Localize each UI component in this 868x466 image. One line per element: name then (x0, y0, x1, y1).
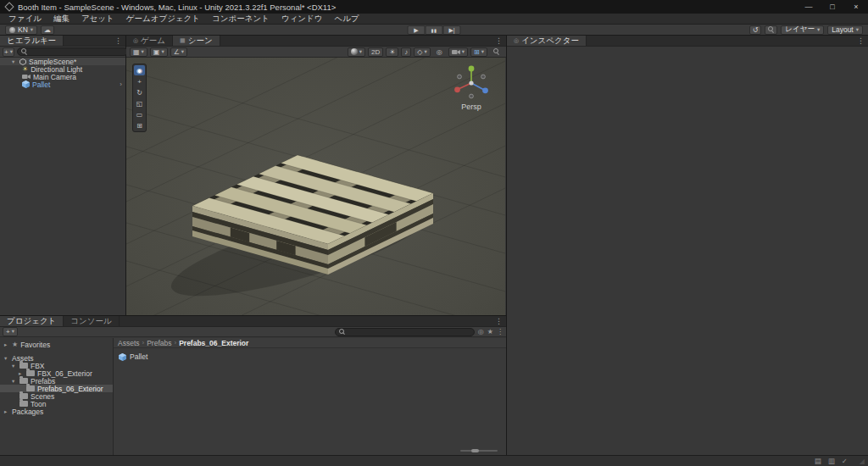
breadcrumb-current-folder[interactable]: Prefabs_06_Exterior (179, 339, 248, 347)
breadcrumb-prefabs[interactable]: Prefabs (147, 339, 171, 347)
project-search-input[interactable] (348, 328, 470, 336)
hierarchy-item-pallet[interactable]: Pallet › (0, 80, 125, 88)
tab-hierarchy[interactable]: ヒエラルキー (0, 36, 64, 46)
expand-arrow-icon[interactable]: ▾ (12, 363, 17, 369)
tab-project[interactable]: プロジェクト (0, 316, 64, 326)
panel-menu-icon[interactable]: ⋮ (857, 36, 865, 45)
scale-tool-button[interactable]: ◱ (134, 98, 145, 108)
create-asset-button[interactable]: + ▾ (3, 327, 18, 336)
toolbar-left-group: KN ▾ ☁ (5, 25, 54, 35)
menu-item-gameobject[interactable]: ゲームオブジェクト (120, 14, 206, 25)
background-tasks-icon[interactable]: ✓ (842, 457, 848, 465)
hidden-objects-toggle[interactable]: ◎ (433, 47, 446, 57)
tree-item-favorites[interactable]: ▸ ★ Favorites (0, 341, 113, 348)
menu-item-window[interactable]: ウィンドウ (275, 14, 329, 25)
prefab-open-chevron-icon[interactable]: › (120, 80, 125, 88)
plus-icon: + (4, 48, 8, 56)
plus-icon: + (6, 328, 10, 336)
collapse-arrow-icon[interactable]: ▸ (4, 408, 9, 415)
pause-button[interactable]: ▮▮ (426, 25, 443, 35)
breadcrumb-assets[interactable]: Assets (118, 339, 140, 347)
asset-item-pallet[interactable]: Pallet (119, 352, 147, 361)
search-icon (339, 329, 345, 336)
panel-menu-icon[interactable]: ⋮ (495, 317, 503, 325)
camera-icon (22, 74, 31, 80)
scene-orientation-gizmo[interactable]: Persp (448, 61, 495, 115)
layers-dropdown[interactable]: レイヤー ▾ (781, 25, 824, 35)
tree-item-assets[interactable]: ▾ Assets (0, 354, 113, 362)
cloud-services-button[interactable]: ☁ (41, 25, 54, 35)
hierarchy-item-main-camera[interactable]: Main Camera (0, 73, 125, 80)
panel-menu-icon[interactable]: ⋮ (495, 36, 503, 45)
expand-arrow-icon[interactable]: ▾ (12, 58, 17, 65)
layout-dropdown[interactable]: Layout ▾ (827, 25, 863, 35)
tree-item-packages[interactable]: ▸ Packages (0, 408, 113, 415)
maximize-button[interactable]: □ (821, 0, 844, 14)
menu-item-file[interactable]: ファイル (3, 14, 47, 25)
scene-audio-toggle[interactable]: ♪ (401, 47, 411, 57)
rect-tool-button[interactable]: ▭ (134, 109, 145, 119)
account-avatar-icon (9, 27, 15, 33)
create-object-button[interactable]: + ▾ (3, 47, 14, 57)
minimize-button[interactable]: — (797, 0, 821, 14)
transform-tool-button[interactable]: ⊞ (134, 120, 145, 130)
projection-mode-label[interactable]: Persp (461, 103, 481, 111)
chevron-down-icon: ▾ (359, 49, 362, 55)
tree-item-prefabs-06-exterior[interactable]: Prefabs_06_Exterior (0, 385, 113, 392)
shading-mode-dropdown[interactable]: ▾ (348, 47, 365, 57)
project-search[interactable] (335, 328, 475, 336)
console-log-icon[interactable]: ▤ (815, 457, 821, 465)
snap-settings-dropdown[interactable]: ▣ ▾ (150, 47, 168, 57)
asset-zoom-slider[interactable] (460, 450, 498, 452)
tree-item-scenes[interactable]: Scenes (0, 392, 113, 400)
search-by-type-icon[interactable]: ◎ (478, 328, 484, 336)
hierarchy-search[interactable] (17, 47, 128, 56)
collab-history-icon[interactable]: ▥ (828, 457, 835, 465)
search-button[interactable] (765, 25, 777, 35)
menu-item-component[interactable]: コンポーネント (206, 14, 275, 25)
pallet-3d-model[interactable] (164, 155, 436, 313)
folder-icon (19, 393, 28, 399)
prefab-cube-icon (22, 80, 30, 88)
hierarchy-panel: ヒエラルキー ⋮ + ▾ ◎ ▾ SampleScene* ☀ Directio… (0, 36, 126, 315)
expand-arrow-icon[interactable]: ▾ (12, 378, 17, 385)
menu-item-edit[interactable]: 編集 (47, 14, 75, 25)
tab-console[interactable]: コンソール (64, 316, 119, 326)
rotate-tool-button[interactable]: ↻ (134, 87, 145, 97)
move-tool-button[interactable]: + (134, 76, 145, 86)
effects-dropdown[interactable]: ◇ ▾ (414, 47, 430, 57)
inspector-tab-menu: ⋮ (857, 36, 868, 46)
tree-item-fbx-06-exterior[interactable]: ▸ FBX_06_Exterior (0, 369, 113, 377)
scene-viewport[interactable]: ◉ + ↻ ◱ ▭ ⊞ Persp (126, 58, 505, 315)
expand-arrow-icon[interactable]: ▾ (4, 355, 9, 362)
view-tool-button[interactable]: ◉ (134, 65, 145, 75)
panel-menu-icon[interactable]: ⋮ (114, 36, 122, 45)
tab-scene[interactable]: ▦ シーン (173, 36, 220, 46)
zoom-slider-thumb[interactable] (471, 449, 479, 452)
chevron-down-icon: ▾ (425, 49, 427, 55)
step-button[interactable]: ▶| (443, 25, 461, 35)
hierarchy-tab-menu: ⋮ (114, 36, 125, 46)
tab-inspector[interactable]: ◎ インスペクター (507, 36, 587, 46)
game-tab-label: ゲーム (141, 36, 165, 47)
title-bar[interactable]: Booth Item - SampleScene - Windows, Mac,… (0, 0, 868, 14)
scene-search-button[interactable] (490, 47, 503, 57)
scene-lighting-toggle[interactable]: ☀ (386, 47, 398, 57)
2d-mode-toggle[interactable]: 2D (368, 47, 383, 57)
project-content-area[interactable]: Assets › Prefabs › Prefabs_06_Exterior P… (114, 338, 506, 455)
undo-history-button[interactable]: ↺ (749, 25, 762, 35)
rotation-snap-dropdown[interactable]: ∠ ▾ (170, 47, 187, 57)
close-button[interactable]: × (844, 0, 868, 14)
menu-item-help[interactable]: ヘルプ (329, 14, 365, 25)
camera-settings-dropdown[interactable]: ▾ (448, 47, 468, 57)
gizmos-dropdown[interactable]: ⊞ ▾ (470, 47, 487, 57)
grid-visibility-dropdown[interactable]: ▦ ▾ (130, 47, 147, 57)
tab-game[interactable]: ◎ ゲーム (126, 36, 173, 46)
play-button[interactable]: ▶ (408, 25, 426, 35)
favorite-star-icon[interactable]: ★ (487, 328, 493, 336)
hierarchy-search-input[interactable] (30, 47, 124, 56)
collapse-arrow-icon[interactable]: ▸ (4, 341, 9, 348)
menu-item-assets[interactable]: アセット (75, 14, 120, 25)
hidden-packages-icon[interactable]: ⋮ (497, 328, 504, 336)
account-dropdown[interactable]: KN ▾ (5, 25, 37, 35)
